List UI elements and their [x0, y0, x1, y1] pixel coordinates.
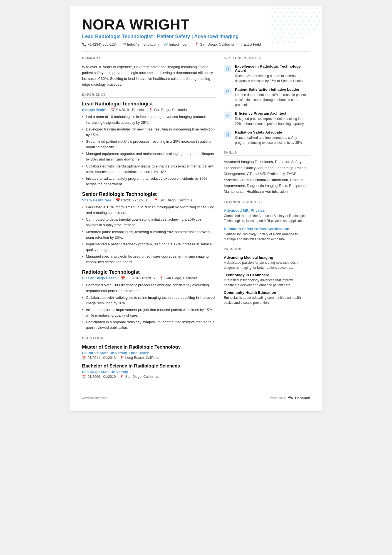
svg-point-80	[227, 133, 229, 135]
degree-1-school: California State University, Long Beach	[82, 351, 215, 355]
svg-point-1	[277, 8, 279, 9]
right-column: KEY ACHIEVEMENTS Excellence in Radiologi…	[224, 56, 310, 384]
achievement-3-desc: Designed process improvements resulting …	[235, 116, 310, 126]
bullet-item: Contributed to departmental goal-setting…	[82, 217, 215, 228]
svg-point-19	[319, 12, 321, 13]
svg-point-15	[297, 12, 298, 13]
job-2-meta: Sharp HealthCare 📅 03/2015 - 12/2018 📍 S…	[82, 198, 215, 202]
passion-3: Community Health Education Enthusiastic …	[224, 290, 310, 305]
footer-brand: Powered by Enhancv	[270, 396, 310, 400]
svg-point-27	[311, 16, 312, 18]
location-icon-3: 📍	[159, 276, 164, 280]
education-section: EDUCATION Master of Science in Radiologi…	[82, 336, 215, 379]
bullet-item: Facilitated a 15% improvement in MRI sca…	[82, 204, 215, 216]
achievement-1-desc: Recognized for leading a team to increas…	[235, 73, 310, 83]
passions-section: PASSIONS Advancing Medical Imaging A ded…	[224, 247, 310, 305]
bullet-item: Participated in a regional radiology sym…	[82, 319, 215, 330]
svg-point-3	[288, 8, 290, 9]
passion-2: Technology in Healthcare Interested in t…	[224, 273, 310, 288]
bullet-item: Performed over 1000 diagnostic procedure…	[82, 282, 215, 293]
achievement-3: Efficiency Program Architect Designed pr…	[224, 111, 310, 126]
bullet-item: Led a team of 10 technologists in implem…	[82, 114, 215, 125]
achievement-4-title: Radiation Safety Advocate	[235, 130, 310, 134]
degree-1-dates: 📅 01/2011 - 01/2013	[82, 356, 116, 360]
achievement-2-desc: Led the department to a 10% increase in …	[235, 92, 310, 107]
left-column: SUMMARY With over 10 years of expertise,…	[82, 56, 215, 384]
job-3-dates: 📅 06/2010 - 02/2015	[121, 276, 155, 280]
bullet-item: Streamlined patient workflow processes, …	[82, 139, 215, 150]
calendar-icon-3: 📅	[121, 276, 125, 280]
location-icon-edu1: 📍	[120, 356, 124, 360]
job-2-employer: Sharp HealthCare	[82, 198, 111, 202]
degree-2-school: San Diego State University	[82, 370, 215, 374]
footer: www.enhancv.com Powered by Enhancv	[82, 393, 310, 400]
calendar-icon-edu1: 📅	[82, 356, 86, 360]
bullet-item: Collaborated with radiologists to refine…	[82, 295, 215, 306]
svg-point-66	[311, 33, 312, 34]
svg-point-8	[316, 8, 318, 9]
job-1-title: Lead Radiologic Technologist	[82, 101, 215, 107]
passion-1-desc: A dedicated passion for pioneering new m…	[224, 260, 310, 270]
job-1-meta: Scripps Health 📅 01/2019 - Present 📍 San…	[82, 108, 215, 112]
experience-section: EXPERIENCE Lead Radiologic Technologist …	[82, 93, 215, 330]
passion-1: Advancing Medical Imaging A dedicated pa…	[224, 255, 310, 270]
experience-title: EXPERIENCE	[82, 93, 215, 98]
enhancv-logo: Enhancv	[288, 396, 310, 400]
training-section: TRAINING / COURSES Advanced MRI Physics …	[224, 200, 310, 242]
summary-section: SUMMARY With over 10 years of expertise,…	[82, 56, 215, 87]
candidate-name: NORA WRIGHT	[82, 17, 310, 33]
job-3-meta: UC San Diego Health 📅 06/2010 - 02/2015 …	[82, 276, 215, 280]
bullet-item: Managed special projects focused on soft…	[82, 254, 215, 265]
achievement-2-icon	[224, 88, 232, 95]
calendar-icon: 📅	[111, 108, 115, 112]
achievement-2-content: Patient Satisfaction Initiative Leader L…	[235, 87, 310, 107]
achievement-4-icon	[224, 130, 232, 138]
skills-title: SKILLS	[224, 151, 310, 156]
job-3-location: 📍 San Diego, California	[159, 276, 198, 280]
achievement-1: Excellence in Radiologic Technology Awar…	[224, 64, 310, 83]
location-icon: 📍	[194, 42, 199, 46]
contact-location: 📍 San Diego, California	[194, 42, 234, 46]
job-3-title: Radiologic Technologist	[82, 269, 215, 275]
summary-title: SUMMARY	[82, 56, 215, 61]
resume-page: NORA WRIGHT Lead Radiologic Technologist…	[70, 6, 322, 411]
training-2: Radiation Safety Officer Certification C…	[224, 227, 310, 242]
achievement-1-content: Excellence in Radiologic Technology Awar…	[235, 64, 310, 83]
job-2-location: 📍 San Diego, California	[154, 198, 192, 202]
training-2-title: Radiation Safety Officer Certification	[224, 227, 310, 231]
degree-2: Bachelor of Science in Radiologic Scienc…	[82, 363, 215, 379]
contact-email: ✉ help@enhancv.com	[123, 42, 159, 46]
svg-point-7	[311, 8, 312, 9]
bullet-item: Collaborated with interdisciplinary team…	[82, 164, 215, 175]
achievement-3-content: Efficiency Program Architect Designed pr…	[235, 111, 310, 126]
job-2-title: Senior Radiologic Technologist	[82, 191, 215, 197]
main-content: SUMMARY With over 10 years of expertise,…	[82, 56, 310, 384]
svg-point-18	[313, 12, 315, 13]
job-3-employer: UC San Diego Health	[82, 276, 116, 280]
passions-title: PASSIONS	[224, 247, 310, 252]
education-title: EDUCATION	[82, 336, 215, 341]
svg-point-47	[311, 24, 312, 26]
header: NORA WRIGHT Lead Radiologic Technologist…	[82, 17, 310, 46]
badge-icon	[225, 66, 230, 71]
training-2-desc: Certified by Radiology Society of North …	[224, 232, 310, 242]
calendar-icon-2: 📅	[116, 198, 120, 202]
job-1-employer: Scripps Health	[82, 108, 106, 112]
svg-point-17	[308, 12, 309, 13]
svg-point-39	[319, 20, 321, 22]
passion-2-title: Technology in Healthcare	[224, 273, 310, 277]
skills-section: SKILLS Advanced Imaging Techniques, Radi…	[224, 151, 310, 195]
phone-icon: 📞	[82, 42, 86, 46]
training-1-desc: Completed through the American Society o…	[224, 213, 310, 223]
candidate-title: Lead Radiologic Technologist | Patient S…	[82, 34, 310, 40]
training-title: TRAINING / COURSES	[224, 200, 310, 205]
calendar-icon-edu2: 📅	[82, 375, 86, 379]
header-divider	[82, 51, 310, 52]
brand-name: Enhancv	[295, 396, 310, 400]
location-icon-2: 📍	[154, 198, 158, 202]
enhancv-brand-icon	[288, 396, 294, 400]
svg-point-6	[305, 8, 307, 9]
svg-point-49	[322, 24, 322, 26]
svg-point-2	[283, 8, 284, 9]
bullet-item: Initiated a radiation safety program tha…	[82, 176, 215, 187]
